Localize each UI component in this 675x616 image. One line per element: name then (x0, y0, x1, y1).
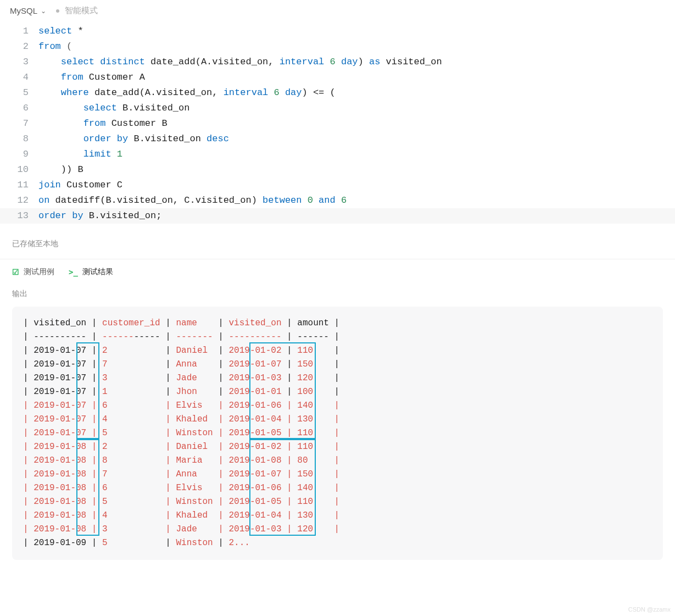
code-content[interactable]: from Customer A (38, 70, 675, 85)
code-line[interactable]: 4 from Customer A (0, 70, 675, 85)
line-number: 6 (0, 101, 38, 116)
code-content[interactable]: from Customer B (38, 116, 675, 131)
check-icon: ☑ (12, 268, 19, 276)
output-box[interactable]: | visited_on | customer_id | name | visi… (12, 307, 663, 560)
db-selector-label: MySQL (10, 6, 37, 15)
code-line[interactable]: 5 where date_add(A.visited_on, interval … (0, 85, 675, 101)
chevron-down-icon: ⌄ (41, 7, 46, 15)
output-row: | 2019-01-07 | 7 | Anna | 2019-01-07 | 1… (23, 358, 652, 371)
db-selector[interactable]: MySQL ⌄ (10, 6, 46, 15)
code-line[interactable]: 1select * (0, 24, 675, 39)
line-number: 10 (0, 162, 38, 177)
editor-top-bar: MySQL ⌄ 智能模式 (0, 0, 675, 21)
code-line[interactable]: 6 select B.visited_on (0, 101, 675, 116)
output-row: | 2019-01-07 | 4 | Khaled | 2019-01-04 |… (23, 413, 652, 426)
output-row: | 2019-01-07 | 1 | Jhon | 2019-01-01 | 1… (23, 385, 652, 399)
sql-editor[interactable]: 1select *2from (3 select distinct date_a… (0, 21, 675, 228)
code-content[interactable]: on datediff(B.visited_on, C.visited_on) … (38, 193, 675, 208)
save-status: 已存储至本地 (0, 228, 675, 259)
code-line[interactable]: 13order by B.visited_on; (0, 208, 675, 224)
output-row: | 2019-01-07 | 6 | Elvis | 2019-01-06 | … (23, 399, 652, 413)
line-number: 1 (0, 24, 38, 39)
line-number: 9 (0, 147, 38, 162)
code-content[interactable]: order by B.visited_on desc (38, 131, 675, 147)
line-number: 8 (0, 131, 38, 147)
output-row: | 2019-01-08 | 4 | Khaled | 2019-01-04 |… (23, 509, 652, 523)
output-row: | 2019-01-08 | 5 | Winston | 2019-01-05 … (23, 495, 652, 509)
line-number: 11 (0, 177, 38, 193)
output-row: | 2019-01-07 | 5 | Winston | 2019-01-05 … (23, 426, 652, 440)
output-row: | 2019-01-07 | 2 | Daniel | 2019-01-02 |… (23, 344, 652, 358)
line-number: 13 (0, 208, 38, 224)
code-line[interactable]: 11join Customer C (0, 177, 675, 193)
code-content[interactable]: where date_add(A.visited_on, interval 6 … (38, 85, 675, 101)
output-row: | 2019-01-08 | 8 | Maria | 2019-01-08 | … (23, 454, 652, 468)
line-number: 4 (0, 70, 38, 85)
tab-results-label: 测试结果 (82, 267, 113, 277)
output-row: | visited_on | customer_id | name | visi… (23, 317, 652, 330)
code-line[interactable]: 3 select distinct date_add(A.visited_on,… (0, 54, 675, 70)
tab-results[interactable]: >_ 测试结果 (69, 267, 113, 277)
output-row: | 2019-01-08 | 2 | Daniel | 2019-01-02 |… (23, 440, 652, 454)
code-content[interactable]: select distinct date_add(A.visited_on, i… (38, 54, 675, 70)
code-content[interactable]: from ( (38, 39, 675, 54)
output-label: 输出 (12, 289, 663, 299)
code-content[interactable]: select * (38, 24, 675, 39)
line-number: 5 (0, 85, 38, 101)
mode-label: 智能模式 (65, 5, 98, 16)
code-content[interactable]: join Customer C (38, 177, 675, 193)
code-content[interactable]: select B.visited_on (38, 101, 675, 116)
line-number: 3 (0, 54, 38, 70)
code-line[interactable]: 8 order by B.visited_on desc (0, 131, 675, 147)
separator-dot-icon (56, 9, 59, 13)
line-number: 12 (0, 193, 38, 208)
result-tabs: ☑ 测试用例 >_ 测试结果 (0, 259, 675, 289)
terminal-icon: >_ (69, 268, 78, 276)
code-line[interactable]: 9 limit 1 (0, 147, 675, 162)
output-row: | 2019-01-08 | 3 | Jade | 2019-01-03 | 1… (23, 523, 652, 536)
code-line[interactable]: 2from ( (0, 39, 675, 54)
line-number: 7 (0, 116, 38, 131)
output-row: | 2019-01-09 | 5 | Winston | 2... (23, 536, 652, 550)
code-content[interactable]: )) B (38, 162, 675, 177)
code-line[interactable]: 12on datediff(B.visited_on, C.visited_on… (0, 193, 675, 208)
output-panel: 输出 | visited_on | customer_id | name | v… (0, 289, 675, 575)
output-row: | 2019-01-07 | 3 | Jade | 2019-01-03 | 1… (23, 371, 652, 385)
tab-testcases[interactable]: ☑ 测试用例 (12, 267, 54, 277)
code-content[interactable]: limit 1 (38, 147, 675, 162)
output-row: | ---------- | ----------- | ------- | -… (23, 330, 652, 344)
code-line[interactable]: 7 from Customer B (0, 116, 675, 131)
output-row: | 2019-01-08 | 6 | Elvis | 2019-01-06 | … (23, 481, 652, 495)
tab-testcases-label: 测试用例 (24, 267, 54, 277)
output-row: | 2019-01-08 | 7 | Anna | 2019-01-07 | 1… (23, 468, 652, 481)
line-number: 2 (0, 39, 38, 54)
code-content[interactable]: order by B.visited_on; (38, 208, 675, 224)
code-line[interactable]: 10 )) B (0, 162, 675, 177)
